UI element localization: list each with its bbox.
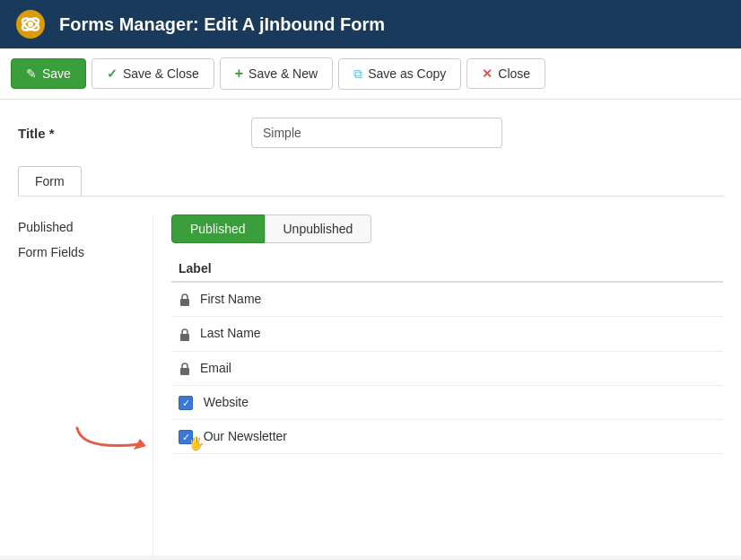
title-row: Title *: [18, 118, 723, 152]
svg-point-3: [28, 22, 33, 27]
times-icon: ✕: [482, 66, 493, 81]
main-panel: Published Unpublished Label: [153, 214, 723, 556]
table-row: ✓ Website: [171, 385, 723, 419]
close-button[interactable]: ✕ Close: [466, 58, 545, 89]
save-new-button[interactable]: + Save & New: [220, 57, 333, 90]
app-logo: [14, 8, 47, 40]
title-label: Title *: [18, 126, 72, 141]
sidebar-item-form-fields[interactable]: Form Fields: [18, 240, 144, 265]
field-cell: Last Name: [171, 317, 723, 351]
published-toggle-group: Published Unpublished: [171, 214, 723, 243]
lock-icon: [179, 362, 191, 376]
save-button[interactable]: ✎ Save: [11, 58, 86, 89]
tabs-bar: Form: [18, 166, 723, 197]
published-toggle-button[interactable]: Published: [171, 214, 265, 243]
form-sidebar: Published Form Fields: [18, 214, 153, 556]
table-row: ✓ 🖐 Our Newsletter: [171, 420, 723, 454]
field-checkbox[interactable]: ✓: [179, 396, 193, 410]
table-row: Last Name: [171, 317, 723, 351]
field-cell: First Name: [171, 282, 723, 317]
fields-table: Label First Name: [171, 256, 723, 454]
main-content: Title * Form Published Form Fields: [0, 100, 741, 556]
form-content-area: Published Form Fields Published Unpublis…: [18, 197, 723, 556]
save-close-button[interactable]: ✓ Save & Close: [92, 58, 214, 89]
check-icon: ✓: [107, 66, 118, 81]
field-cell[interactable]: ✓ 🖐 Our Newsletter: [171, 420, 723, 454]
svg-rect-4: [180, 299, 189, 306]
cursor-icon: 🖐: [188, 436, 204, 451]
col-label-header: Label: [171, 256, 723, 282]
arrow-indicator: [73, 419, 162, 455]
copy-icon: ⧉: [353, 66, 362, 82]
page-title: Forms Manager: Edit A jInbound Form: [59, 14, 385, 35]
app-header: Forms Manager: Edit A jInbound Form: [0, 0, 741, 48]
field-cell[interactable]: ✓ Website: [171, 385, 723, 419]
unpublished-toggle-button[interactable]: Unpublished: [265, 214, 372, 243]
sidebar-item-published[interactable]: Published: [18, 214, 144, 240]
save-copy-button[interactable]: ⧉ Save as Copy: [338, 58, 461, 90]
field-cell: Email: [171, 351, 723, 385]
table-row: Email: [171, 351, 723, 385]
lock-icon: [179, 328, 191, 342]
title-input[interactable]: [251, 118, 502, 148]
toolbar: ✎ Save ✓ Save & Close + Save & New ⧉ Sav…: [0, 48, 741, 100]
svg-rect-6: [180, 368, 189, 375]
save-icon: ✎: [26, 66, 37, 81]
tab-form[interactable]: Form: [18, 166, 82, 196]
svg-rect-5: [180, 334, 189, 341]
field-checkbox[interactable]: ✓ 🖐: [179, 430, 193, 444]
lock-icon: [179, 293, 191, 307]
plus-icon: +: [235, 66, 243, 82]
table-row: First Name: [171, 282, 723, 317]
